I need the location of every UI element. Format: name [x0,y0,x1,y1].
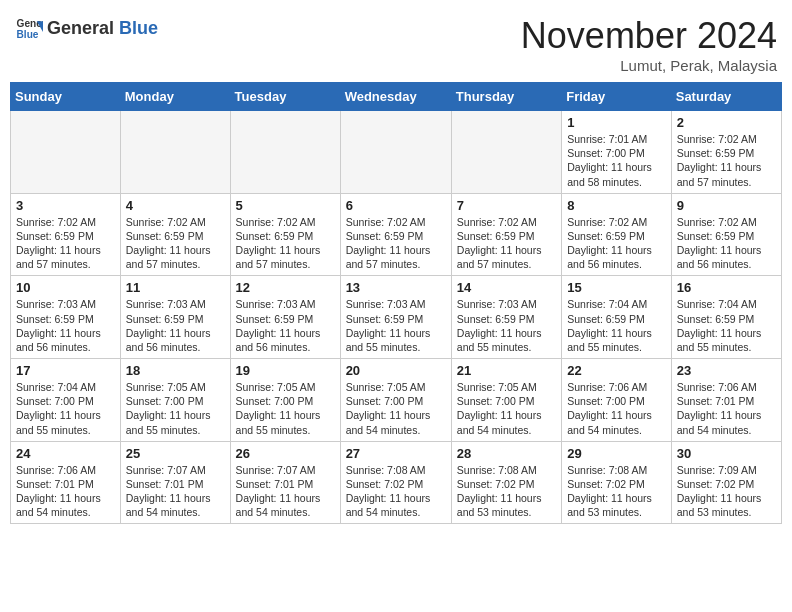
calendar-cell: 17Sunrise: 7:04 AMSunset: 7:00 PMDayligh… [11,359,121,442]
day-number: 18 [126,363,225,378]
day-info: Sunrise: 7:04 AMSunset: 6:59 PMDaylight:… [677,297,776,354]
calendar-cell: 5Sunrise: 7:02 AMSunset: 6:59 PMDaylight… [230,193,340,276]
weekday-header: Wednesday [340,83,451,111]
day-info: Sunrise: 7:02 AMSunset: 6:59 PMDaylight:… [236,215,335,272]
day-info: Sunrise: 7:09 AMSunset: 7:02 PMDaylight:… [677,463,776,520]
day-number: 27 [346,446,446,461]
day-info: Sunrise: 7:08 AMSunset: 7:02 PMDaylight:… [346,463,446,520]
day-info: Sunrise: 7:05 AMSunset: 7:00 PMDaylight:… [236,380,335,437]
day-info: Sunrise: 7:02 AMSunset: 6:59 PMDaylight:… [567,215,666,272]
day-info: Sunrise: 7:07 AMSunset: 7:01 PMDaylight:… [126,463,225,520]
day-number: 21 [457,363,556,378]
day-number: 1 [567,115,666,130]
day-number: 8 [567,198,666,213]
calendar-cell: 13Sunrise: 7:03 AMSunset: 6:59 PMDayligh… [340,276,451,359]
day-number: 15 [567,280,666,295]
calendar-cell [120,111,230,194]
day-info: Sunrise: 7:03 AMSunset: 6:59 PMDaylight:… [16,297,115,354]
day-info: Sunrise: 7:08 AMSunset: 7:02 PMDaylight:… [567,463,666,520]
day-number: 14 [457,280,556,295]
day-number: 13 [346,280,446,295]
day-number: 17 [16,363,115,378]
day-info: Sunrise: 7:05 AMSunset: 7:00 PMDaylight:… [126,380,225,437]
day-number: 24 [16,446,115,461]
calendar-cell [230,111,340,194]
logo-blue-text: Blue [119,18,158,38]
day-number: 30 [677,446,776,461]
day-info: Sunrise: 7:04 AMSunset: 7:00 PMDaylight:… [16,380,115,437]
day-number: 25 [126,446,225,461]
calendar-cell: 21Sunrise: 7:05 AMSunset: 7:00 PMDayligh… [451,359,561,442]
calendar-cell: 6Sunrise: 7:02 AMSunset: 6:59 PMDaylight… [340,193,451,276]
day-info: Sunrise: 7:07 AMSunset: 7:01 PMDaylight:… [236,463,335,520]
day-info: Sunrise: 7:02 AMSunset: 6:59 PMDaylight:… [126,215,225,272]
calendar-cell: 23Sunrise: 7:06 AMSunset: 7:01 PMDayligh… [671,359,781,442]
day-number: 20 [346,363,446,378]
day-info: Sunrise: 7:05 AMSunset: 7:00 PMDaylight:… [346,380,446,437]
weekday-header: Sunday [11,83,121,111]
calendar-header-row: SundayMondayTuesdayWednesdayThursdayFrid… [11,83,782,111]
day-info: Sunrise: 7:03 AMSunset: 6:59 PMDaylight:… [346,297,446,354]
calendar-cell: 1Sunrise: 7:01 AMSunset: 7:00 PMDaylight… [562,111,672,194]
calendar-cell: 24Sunrise: 7:06 AMSunset: 7:01 PMDayligh… [11,441,121,524]
day-info: Sunrise: 7:03 AMSunset: 6:59 PMDaylight:… [126,297,225,354]
weekday-header: Friday [562,83,672,111]
calendar-cell: 2Sunrise: 7:02 AMSunset: 6:59 PMDaylight… [671,111,781,194]
calendar-cell: 10Sunrise: 7:03 AMSunset: 6:59 PMDayligh… [11,276,121,359]
calendar-cell: 29Sunrise: 7:08 AMSunset: 7:02 PMDayligh… [562,441,672,524]
day-number: 4 [126,198,225,213]
calendar-cell: 22Sunrise: 7:06 AMSunset: 7:00 PMDayligh… [562,359,672,442]
day-number: 9 [677,198,776,213]
calendar-cell: 11Sunrise: 7:03 AMSunset: 6:59 PMDayligh… [120,276,230,359]
day-info: Sunrise: 7:03 AMSunset: 6:59 PMDaylight:… [457,297,556,354]
calendar-week-row: 1Sunrise: 7:01 AMSunset: 7:00 PMDaylight… [11,111,782,194]
day-info: Sunrise: 7:06 AMSunset: 7:00 PMDaylight:… [567,380,666,437]
calendar-cell: 15Sunrise: 7:04 AMSunset: 6:59 PMDayligh… [562,276,672,359]
title-section: November 2024 Lumut, Perak, Malaysia [521,15,777,74]
month-title: November 2024 [521,15,777,57]
day-info: Sunrise: 7:02 AMSunset: 6:59 PMDaylight:… [677,132,776,189]
day-info: Sunrise: 7:03 AMSunset: 6:59 PMDaylight:… [236,297,335,354]
day-number: 12 [236,280,335,295]
calendar-cell: 3Sunrise: 7:02 AMSunset: 6:59 PMDaylight… [11,193,121,276]
day-number: 19 [236,363,335,378]
day-number: 6 [346,198,446,213]
calendar-cell: 12Sunrise: 7:03 AMSunset: 6:59 PMDayligh… [230,276,340,359]
location: Lumut, Perak, Malaysia [521,57,777,74]
calendar-cell: 25Sunrise: 7:07 AMSunset: 7:01 PMDayligh… [120,441,230,524]
calendar-cell: 18Sunrise: 7:05 AMSunset: 7:00 PMDayligh… [120,359,230,442]
day-number: 10 [16,280,115,295]
day-info: Sunrise: 7:01 AMSunset: 7:00 PMDaylight:… [567,132,666,189]
calendar-cell: 30Sunrise: 7:09 AMSunset: 7:02 PMDayligh… [671,441,781,524]
day-info: Sunrise: 7:06 AMSunset: 7:01 PMDaylight:… [677,380,776,437]
calendar-week-row: 10Sunrise: 7:03 AMSunset: 6:59 PMDayligh… [11,276,782,359]
calendar-cell: 7Sunrise: 7:02 AMSunset: 6:59 PMDaylight… [451,193,561,276]
calendar-cell: 19Sunrise: 7:05 AMSunset: 7:00 PMDayligh… [230,359,340,442]
weekday-header: Monday [120,83,230,111]
day-number: 23 [677,363,776,378]
calendar-cell [340,111,451,194]
day-info: Sunrise: 7:05 AMSunset: 7:00 PMDaylight:… [457,380,556,437]
page-header: General Blue General Blue November 2024 … [10,10,782,74]
svg-text:Blue: Blue [17,29,39,40]
calendar-cell: 16Sunrise: 7:04 AMSunset: 6:59 PMDayligh… [671,276,781,359]
day-number: 5 [236,198,335,213]
day-info: Sunrise: 7:02 AMSunset: 6:59 PMDaylight:… [346,215,446,272]
day-number: 11 [126,280,225,295]
calendar-cell: 14Sunrise: 7:03 AMSunset: 6:59 PMDayligh… [451,276,561,359]
calendar-cell: 4Sunrise: 7:02 AMSunset: 6:59 PMDaylight… [120,193,230,276]
weekday-header: Saturday [671,83,781,111]
logo-general-text: General [47,18,114,38]
day-info: Sunrise: 7:08 AMSunset: 7:02 PMDaylight:… [457,463,556,520]
weekday-header: Thursday [451,83,561,111]
day-number: 16 [677,280,776,295]
day-info: Sunrise: 7:02 AMSunset: 6:59 PMDaylight:… [16,215,115,272]
day-number: 29 [567,446,666,461]
day-info: Sunrise: 7:04 AMSunset: 6:59 PMDaylight:… [567,297,666,354]
day-info: Sunrise: 7:02 AMSunset: 6:59 PMDaylight:… [457,215,556,272]
calendar-cell: 26Sunrise: 7:07 AMSunset: 7:01 PMDayligh… [230,441,340,524]
day-info: Sunrise: 7:06 AMSunset: 7:01 PMDaylight:… [16,463,115,520]
day-number: 2 [677,115,776,130]
day-number: 22 [567,363,666,378]
calendar-cell: 20Sunrise: 7:05 AMSunset: 7:00 PMDayligh… [340,359,451,442]
